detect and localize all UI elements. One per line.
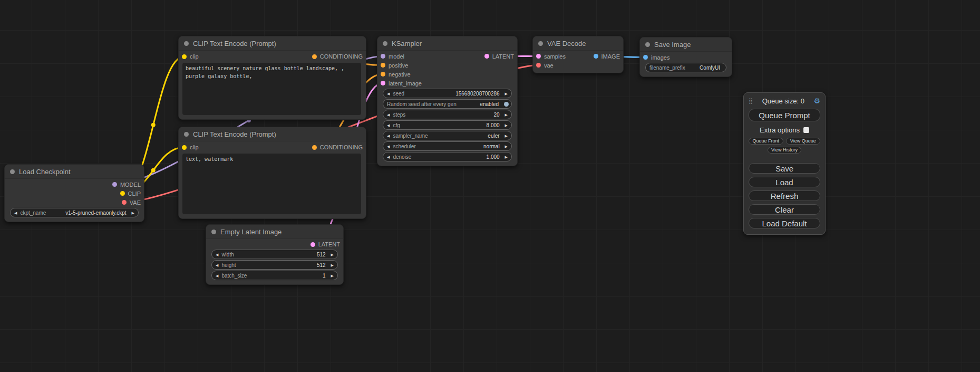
model-input-dot[interactable]	[381, 54, 385, 59]
conditioning-output-dot[interactable]	[312, 54, 317, 59]
node-title: Empty Latent Image	[220, 228, 282, 236]
slot-row: images	[640, 53, 732, 62]
input-slot-model: model	[381, 53, 404, 60]
increment-arrow-icon[interactable]: ▶	[505, 123, 508, 127]
latent-output-dot[interactable]	[311, 242, 315, 247]
samples-input-dot[interactable]	[536, 54, 541, 59]
vae-output-dot[interactable]	[122, 200, 127, 205]
node-title-bar[interactable]: CLIP Text Encode (Prompt)	[179, 36, 366, 51]
slot-label: positive	[389, 62, 408, 69]
increment-arrow-icon[interactable]: ▶	[132, 211, 134, 215]
conditioning-output-dot[interactable]	[312, 145, 317, 150]
decrement-arrow-icon[interactable]: ◀	[14, 211, 17, 215]
comfy-menu-panel[interactable]: ⣿ Queue size: 0 ⚙ Queue Prompt Extra opt…	[743, 92, 826, 235]
refresh-button[interactable]: Refresh	[749, 190, 820, 201]
node-collapse-dot[interactable]	[10, 169, 15, 174]
decrement-arrow-icon[interactable]: ◀	[387, 123, 390, 127]
node-clip-text-encode-negative[interactable]: CLIP Text Encode (Prompt) clip CONDITION…	[178, 127, 366, 219]
random-seed-toggle-widget[interactable]: Random seed after every gen enabled	[383, 99, 512, 109]
decrement-arrow-icon[interactable]: ◀	[216, 253, 218, 256]
decrement-arrow-icon[interactable]: ◀	[387, 92, 390, 96]
node-collapse-dot[interactable]	[211, 230, 216, 234]
node-save-image[interactable]: Save Image images filename_prefix ComfyU…	[639, 37, 732, 77]
vae-input-dot[interactable]	[536, 63, 541, 68]
positive-input-dot[interactable]	[381, 63, 385, 68]
node-title: Save Image	[654, 41, 691, 49]
load-button[interactable]: Load	[749, 177, 820, 187]
widget-name: ckpt_name	[20, 210, 46, 216]
latent-image-input-dot[interactable]	[381, 81, 385, 85]
node-title-bar[interactable]: Load Checkpoint	[5, 165, 144, 179]
load-default-button[interactable]: Load Default	[749, 218, 820, 228]
increment-arrow-icon[interactable]: ▶	[331, 274, 334, 278]
prompt-text-input[interactable]: text, watermark	[182, 154, 361, 214]
view-queue-button[interactable]: View Queue	[786, 138, 821, 145]
node-title: KSampler	[392, 40, 422, 47]
queue-prompt-button[interactable]: Queue Prompt	[749, 109, 820, 121]
node-ksampler[interactable]: KSampler model LATENT positive	[377, 36, 518, 166]
node-collapse-dot[interactable]	[538, 41, 543, 46]
width-number-widget[interactable]: ◀ width 512 ▶	[211, 250, 338, 259]
sampler-name-combo-widget[interactable]: ◀ sampler_name euler ▶	[383, 131, 512, 140]
increment-arrow-icon[interactable]: ▶	[505, 134, 508, 138]
height-number-widget[interactable]: ◀ height 512 ▶	[211, 260, 338, 270]
increment-arrow-icon[interactable]: ▶	[331, 253, 334, 256]
increment-arrow-icon[interactable]: ▶	[331, 263, 334, 267]
node-collapse-dot[interactable]	[645, 42, 650, 47]
slot-row: samples IMAGE	[533, 52, 623, 61]
node-clip-text-encode-positive[interactable]: CLIP Text Encode (Prompt) clip CONDITION…	[178, 36, 366, 120]
clip-input-dot[interactable]	[182, 54, 187, 59]
decrement-arrow-icon[interactable]: ◀	[387, 134, 390, 138]
negative-input-dot[interactable]	[381, 72, 385, 77]
increment-arrow-icon[interactable]: ▶	[505, 145, 508, 148]
batch-size-number-widget[interactable]: ◀ batch_size 1 ▶	[211, 271, 338, 280]
prompt-text-input[interactable]: beautiful scenery nature glass bottle la…	[182, 63, 361, 115]
image-output-dot[interactable]	[594, 54, 598, 59]
slot-label: clip	[190, 144, 199, 150]
seed-number-widget[interactable]: ◀ seed 156680208700286 ▶	[383, 89, 512, 98]
node-title-bar[interactable]: Save Image	[640, 37, 732, 52]
settings-gear-icon[interactable]: ⚙	[813, 97, 820, 105]
extra-options-checkbox[interactable]	[803, 127, 809, 133]
input-slot-negative: negative	[381, 71, 411, 78]
widget-value: 1.000	[487, 154, 500, 160]
decrement-arrow-icon[interactable]: ◀	[387, 145, 390, 148]
view-history-button[interactable]: View History	[768, 147, 801, 154]
filename-prefix-text-widget[interactable]: filename_prefix ComfyUI	[645, 63, 726, 72]
increment-arrow-icon[interactable]: ▶	[505, 113, 508, 117]
node-title-bar[interactable]: CLIP Text Encode (Prompt)	[179, 127, 366, 141]
clear-button[interactable]: Clear	[749, 204, 820, 215]
ckpt-name-combo-widget[interactable]: ◀ ckpt_name v1-5-pruned-emaonly.ckpt ▶	[10, 208, 139, 217]
node-vae-decode[interactable]: VAE Decode samples IMAGE vae	[532, 36, 624, 73]
decrement-arrow-icon[interactable]: ◀	[387, 155, 390, 159]
node-title-bar[interactable]: VAE Decode	[533, 36, 623, 51]
queue-front-button[interactable]: Queue Front	[749, 138, 783, 145]
decrement-arrow-icon[interactable]: ◀	[216, 263, 218, 267]
node-title-bar[interactable]: Empty Latent Image	[206, 225, 343, 239]
scheduler-combo-widget[interactable]: ◀ scheduler normal ▶	[383, 141, 512, 151]
widget-name: width	[221, 252, 234, 257]
node-empty-latent-image[interactable]: Empty Latent Image LATENT ◀ width 512 ▶ …	[206, 224, 344, 285]
increment-arrow-icon[interactable]: ▶	[505, 92, 508, 96]
steps-number-widget[interactable]: ◀ steps 20 ▶	[383, 110, 512, 119]
node-collapse-dot[interactable]	[383, 41, 387, 46]
clip-output-dot[interactable]	[120, 191, 125, 196]
images-input-dot[interactable]	[643, 55, 648, 60]
model-output-dot[interactable]	[112, 182, 117, 187]
cfg-number-widget[interactable]: ◀ cfg 8.000 ▶	[383, 120, 512, 130]
clip-input-dot[interactable]	[182, 145, 187, 150]
save-button[interactable]: Save	[749, 163, 820, 174]
decrement-arrow-icon[interactable]: ◀	[216, 274, 218, 278]
widget-value: 1	[323, 273, 326, 279]
node-title-bar[interactable]: KSampler	[377, 36, 517, 51]
decrement-arrow-icon[interactable]: ◀	[387, 113, 390, 117]
denoise-number-widget[interactable]: ◀ denoise 1.000 ▶	[383, 152, 512, 161]
node-load-checkpoint[interactable]: Load Checkpoint MODEL CLIP VAE	[4, 164, 144, 222]
toggle-on-indicator[interactable]	[504, 102, 509, 107]
node-collapse-dot[interactable]	[184, 132, 189, 137]
increment-arrow-icon[interactable]: ▶	[505, 155, 508, 159]
node-graph-canvas[interactable]: Load Checkpoint MODEL CLIP VAE	[0, 0, 980, 372]
drag-handle-icon[interactable]: ⣿	[749, 98, 753, 104]
latent-output-dot[interactable]	[484, 54, 489, 59]
node-collapse-dot[interactable]	[184, 41, 189, 46]
